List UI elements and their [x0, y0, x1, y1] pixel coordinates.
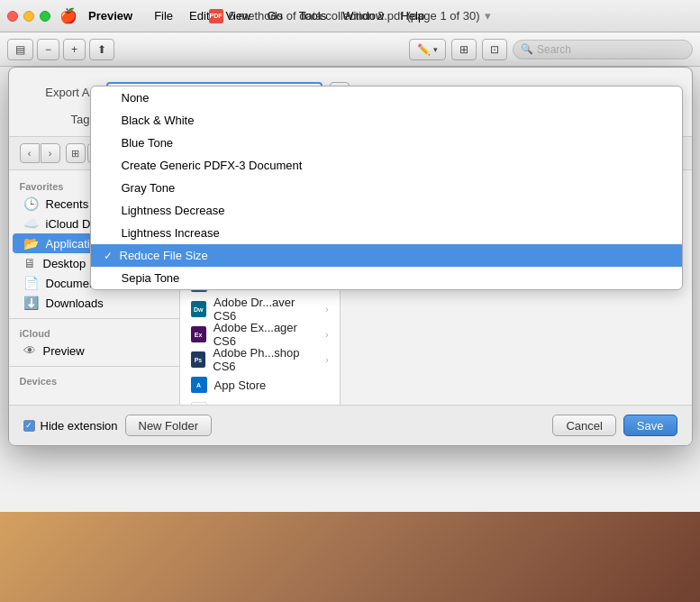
- file-chevron-icon: ›: [325, 305, 328, 315]
- sidebar-downloads-label: Downloads: [46, 296, 104, 310]
- hide-extension-label: Hide extension: [41, 419, 118, 433]
- document-preview: [0, 512, 700, 602]
- dialog-body: Favorites 🕒 Recents ☁️ iCloud Drive 📂 Ap…: [9, 170, 692, 405]
- pdf-icon: PDF: [209, 9, 223, 23]
- documents-icon: 📄: [23, 276, 39, 290]
- sidebar-icon: ▤: [15, 43, 25, 56]
- sidebar-recents-label: Recents: [46, 197, 89, 211]
- sidebar-desktop-label: Desktop: [43, 257, 86, 270]
- dropdown-item-blue[interactable]: Blue Tone: [91, 132, 682, 154]
- file-chevron-icon: ›: [325, 355, 328, 365]
- export-as-label: Export As:: [27, 86, 99, 99]
- titlebar-center: PDF 6 methods of data collection 2.pdf (…: [209, 9, 492, 23]
- dropdown-item-label: Gray Tone: [122, 181, 176, 195]
- save-button[interactable]: Save: [623, 415, 677, 436]
- dropdown-item-gray[interactable]: Gray Tone: [91, 177, 682, 199]
- file-name: Adobe Ph...shop CS6: [213, 346, 318, 373]
- markup-chevron-icon: ▾: [433, 45, 438, 54]
- apple-logo: 🍎: [59, 7, 77, 24]
- dropdown-item-label: Lightness Increase: [122, 226, 220, 240]
- sidebar-preview-label: Preview: [43, 344, 85, 358]
- zoom-out-icon: −: [45, 43, 51, 56]
- sidebar-toggle-button[interactable]: ▤: [7, 39, 33, 60]
- dropdown-item-label: None: [122, 91, 150, 105]
- back-button[interactable]: ‹: [20, 143, 40, 163]
- list-item[interactable]: Dw Adobe Dr...aver CS6 ›: [180, 296, 340, 322]
- dropdown-item-label: Black & White: [122, 114, 195, 127]
- dropdown-item-none[interactable]: None: [91, 87, 682, 109]
- dropdown-item-lightness-inc[interactable]: Lightness Increase: [91, 222, 682, 244]
- file-name: App Store: [214, 379, 267, 392]
- menu-file[interactable]: File: [147, 7, 180, 24]
- dropdown-item-lightness-dec[interactable]: Lightness Decrease: [91, 199, 682, 222]
- search-icon: 🔍: [521, 43, 533, 55]
- sidebar-divider-1: [9, 318, 179, 319]
- dropdown-item-bw[interactable]: Black & White: [91, 109, 682, 132]
- icloud-label: iCloud: [9, 324, 179, 341]
- desktop-icon: 🖥: [23, 256, 36, 270]
- crop-icon: ⊡: [490, 43, 499, 56]
- list-item[interactable]: A App Store: [180, 372, 340, 397]
- dropdown-item-label: Blue Tone: [122, 136, 174, 150]
- zoom-in-button[interactable]: +: [63, 39, 86, 60]
- file-name: Adobe Dr...aver CS6: [214, 296, 318, 323]
- list-item[interactable]: Ps Adobe Ph...shop CS6 ›: [180, 347, 340, 372]
- nav-arrows: ‹ ›: [20, 143, 60, 163]
- list-item[interactable]: Ex Adobe Ex...ager CS6 ›: [180, 322, 340, 347]
- titlebar-chevron-icon[interactable]: ▾: [485, 9, 491, 23]
- dropdown-item-sepia[interactable]: Sepia Tone: [91, 267, 682, 289]
- downloads-icon: ⬇️: [23, 296, 39, 310]
- icon-view-button[interactable]: ⊞: [66, 143, 86, 163]
- file-icon: Ps: [191, 351, 206, 368]
- share-icon: ⬆: [97, 43, 106, 56]
- forward-button[interactable]: ›: [41, 143, 60, 163]
- new-folder-button[interactable]: New Folder: [125, 415, 212, 436]
- file-icon: ⚙: [191, 402, 207, 405]
- quartz-dropdown: None Black & White Blue Tone Create Gene…: [90, 86, 683, 290]
- crop-button[interactable]: ⊡: [482, 39, 507, 60]
- dropdown-item-label: Create Generic PDFX-3 Document: [122, 159, 303, 172]
- minimize-button[interactable]: [23, 11, 34, 22]
- toolbar-search-placeholder: Search: [537, 43, 571, 56]
- share-button[interactable]: ⬆: [89, 39, 114, 60]
- devices-label: Devices: [9, 372, 179, 388]
- save-dialog: Export As: ▲ Tags: ‹ › ⊞ ☰ ▥ ⊡▾ 📁 Applic…: [8, 67, 693, 446]
- preview-icloud-icon: 👁: [23, 343, 36, 358]
- titlebar: 🍎 Preview File Edit View Go Tools Window…: [0, 0, 700, 32]
- maximize-button[interactable]: [40, 11, 50, 22]
- zoom-in-icon: +: [71, 43, 77, 56]
- toolbar: ▤ − + ⬆ ✏️ ▾ ⊞ ⊡ 🔍 Search: [0, 32, 700, 67]
- traffic-lights: [7, 11, 50, 22]
- zoom-out-button[interactable]: −: [37, 39, 59, 60]
- dropdown-item-reduce[interactable]: ✓ Reduce File Size: [91, 244, 682, 267]
- file-icon: Ex: [191, 326, 206, 342]
- sidebar-item-preview[interactable]: 👁 Preview: [13, 341, 176, 360]
- file-icon: A: [191, 377, 207, 393]
- page-button[interactable]: ⊞: [451, 39, 477, 60]
- icloud-drive-icon: ☁️: [23, 216, 39, 231]
- close-button[interactable]: [7, 11, 18, 22]
- file-name: Adobe Ex...ager CS6: [214, 321, 318, 348]
- dialog-right-panel: Format: PDF ▾ Quartz Filter: Reduce File…: [341, 170, 692, 405]
- markup-button[interactable]: ✏️ ▾: [409, 39, 446, 60]
- recents-icon: 🕒: [23, 196, 39, 211]
- dropdown-item-label: Sepia Tone: [122, 271, 180, 285]
- page-icon: ⊞: [459, 43, 468, 56]
- file-icon: Dw: [191, 301, 207, 317]
- app-menu-preview[interactable]: Preview: [83, 7, 138, 24]
- sidebar-divider-2: [9, 366, 179, 367]
- dialog-footer: ✓ Hide extension New Folder Cancel Save: [9, 405, 692, 445]
- check-mark-icon: ✓: [104, 250, 113, 262]
- toolbar-search[interactable]: 🔍 Search: [513, 40, 693, 59]
- hide-extension-checkbox[interactable]: ✓: [23, 420, 35, 432]
- doc-title: 6 methods of data collection 2.pdf (page…: [229, 9, 480, 23]
- applications-icon: 📂: [23, 236, 39, 251]
- list-item[interactable]: ⚙ Automator: [180, 397, 340, 405]
- tags-label: Tags:: [27, 113, 99, 126]
- cancel-button[interactable]: Cancel: [552, 415, 615, 436]
- hide-extension-checkbox-label[interactable]: ✓ Hide extension: [23, 419, 118, 433]
- sidebar-item-downloads[interactable]: ⬇️ Downloads: [13, 293, 176, 313]
- dropdown-item-pdfx3[interactable]: Create Generic PDFX-3 Document: [91, 154, 682, 177]
- markup-icon: ✏️: [417, 43, 431, 56]
- dropdown-item-label: Lightness Decrease: [122, 204, 225, 217]
